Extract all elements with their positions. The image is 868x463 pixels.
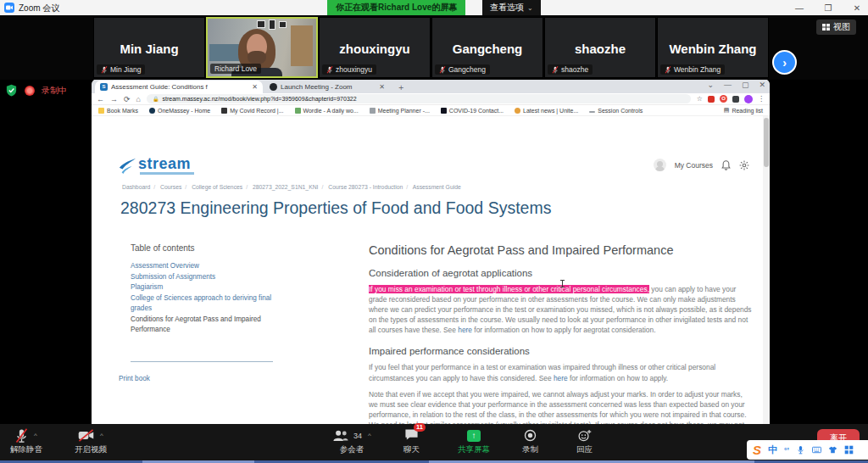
voice-input-icon[interactable] — [796, 445, 805, 455]
shield-check-icon — [5, 84, 18, 97]
chat-button[interactable]: 11 聊天 — [403, 427, 420, 455]
participant-tile[interactable]: Wenbin Zhang Wenbin Zhang — [657, 17, 769, 78]
participant-tile[interactable]: zhouxingyu zhouxingyu — [319, 17, 431, 78]
start-video-button[interactable]: ^ 开启视频 — [75, 427, 107, 455]
browser-restore-icon[interactable]: ▢ — [742, 81, 749, 89]
reactions-button[interactable]: 回应 — [576, 427, 593, 455]
chevron-up-icon[interactable]: ^ — [368, 432, 371, 439]
extensions-icon[interactable] — [732, 96, 739, 103]
skin-icon[interactable] — [828, 445, 837, 455]
scrollbar[interactable] — [763, 116, 770, 424]
stream-logo-icon[interactable] — [117, 156, 137, 175]
here-link[interactable]: here — [458, 326, 472, 334]
chevron-up-icon[interactable]: ^ — [100, 432, 103, 439]
new-tab-button[interactable]: ＋ — [397, 81, 405, 93]
print-book-link[interactable]: Print book — [119, 375, 150, 382]
close-icon[interactable]: ✕ — [851, 3, 863, 13]
bookmark-item[interactable]: OneMassey - Home — [149, 108, 210, 114]
share-screen-button[interactable]: ↑ 共享屏幕 — [458, 427, 490, 455]
recording-dot-icon[interactable] — [25, 86, 35, 96]
lock-icon: 🔒 — [153, 96, 159, 102]
table-of-contents: Table of contents Assessment Overview Su… — [131, 243, 276, 362]
profile-avatar-icon[interactable] — [744, 95, 753, 103]
reading-list-icon: ▤ — [724, 107, 730, 114]
view-layout-button[interactable]: 视图 — [816, 20, 856, 35]
here-link[interactable]: here — [554, 374, 568, 382]
chevron-right-icon: › — [782, 57, 787, 69]
unmute-button[interactable]: ^ 解除静音 — [10, 427, 42, 455]
page-viewport: stream My Courses Dashboard/ Courses/ Co… — [92, 116, 770, 424]
paragraph: If you feel that your performance in a t… — [369, 362, 752, 382]
breadcrumb-link[interactable]: Dashboard — [122, 184, 150, 190]
back-icon[interactable]: ← — [97, 95, 104, 103]
breadcrumb-link[interactable]: Course 280273 - Introduction — [328, 184, 403, 190]
pdf-extension-icon[interactable] — [708, 96, 715, 103]
home-icon[interactable]: ⌂ — [136, 95, 141, 103]
my-courses-link[interactable]: My Courses — [675, 161, 713, 170]
toc-item[interactable]: Assessment Overview — [131, 261, 276, 272]
tab-assessment-guide[interactable]: S Assessment Guide: Conditions f ✕ — [95, 81, 263, 93]
bookmark-item[interactable]: Meeting Planner -... — [370, 108, 430, 114]
breadcrumb-link[interactable]: 280273_2022_S1N1_KNI — [253, 184, 318, 190]
bookmark-item[interactable]: COVID-19 Contact... — [441, 108, 504, 114]
bookmark-item[interactable]: Session Controls — [589, 108, 643, 114]
tab-close-icon[interactable]: ✕ — [252, 83, 258, 91]
participant-label-chip: zhouxingyu — [322, 64, 376, 75]
address-bar[interactable]: 🔒 stream.massey.ac.nz/mod/book/view.php?… — [147, 94, 691, 103]
forward-icon[interactable]: → — [110, 95, 118, 103]
tab-close-icon[interactable]: ✕ — [379, 83, 385, 91]
ime-language-mode[interactable]: 中 — [768, 443, 777, 456]
browser-close-icon[interactable]: ✕ — [759, 81, 765, 89]
participant-label-chip: shaozhe — [548, 64, 593, 75]
sogou-logo[interactable]: S — [753, 443, 761, 457]
minimize-icon[interactable]: — — [793, 3, 805, 13]
participant-tile-active-speaker[interactable]: Richard Love — [206, 17, 318, 78]
maximize-icon[interactable]: ❐ — [822, 3, 834, 13]
breadcrumb-link[interactable]: Courses — [160, 184, 181, 190]
record-button[interactable]: 录制 — [522, 427, 538, 455]
participant-tile[interactable]: Min Jiang Min Jiang — [93, 17, 205, 78]
zoom-toolbar: ^ 解除静音 ^ 开启视频 34 ^ 参会者 11 聊天 ↑ 共享屏幕 — [0, 424, 868, 460]
office-extension-icon[interactable]: O — [720, 95, 727, 103]
video-off-icon — [78, 429, 94, 442]
bookmark-star-icon[interactable]: ☆ — [697, 95, 703, 103]
watching-banner: 你正在观看Richard Love的屏幕 — [327, 0, 465, 15]
notifications-bell-icon[interactable] — [721, 160, 731, 170]
chevron-up-icon[interactable]: ^ — [34, 432, 37, 439]
participants-button[interactable]: 34 ^ 参会者 — [332, 427, 371, 455]
toc-item[interactable]: Plagiarism — [131, 282, 276, 293]
bookmark-item[interactable]: Wordle - A daily wo... — [295, 108, 359, 114]
user-avatar[interactable] — [654, 159, 666, 171]
keyboard-icon[interactable] — [812, 445, 821, 455]
tab-search-icon[interactable]: ⌄ — [707, 81, 714, 89]
toc-item[interactable]: Submission of Assignments — [131, 272, 276, 283]
breadcrumb-link[interactable]: College of Sciences — [192, 184, 242, 190]
refresh-icon[interactable]: ⟳ — [124, 95, 131, 103]
participant-label-chip: Gangcheng — [435, 64, 490, 75]
punctuation-icon[interactable]: °’ — [784, 446, 789, 455]
window-title: Zoom 会议 — [19, 3, 59, 14]
breadcrumb: Dashboard/ Courses/ College of Sciences/… — [122, 184, 461, 190]
view-options-button[interactable]: 查看选项⌄ — [482, 0, 541, 15]
toolbox-grid-icon[interactable] — [844, 445, 854, 455]
toc-item[interactable]: College of Sciences approach to deriving… — [131, 293, 276, 315]
bookmark-item[interactable]: Book Marks — [98, 108, 138, 114]
chat-badge: 11 — [414, 423, 426, 432]
tab-zoom-meeting[interactable]: Launch Meeting - Zoom ✕ — [264, 81, 390, 93]
scrollbar-thumb[interactable] — [764, 118, 769, 167]
participant-name: Min Jiang — [94, 42, 204, 56]
bookmark-item[interactable]: My Covid Record |... — [221, 108, 283, 114]
participant-name: zhouxingyu — [320, 42, 430, 56]
reading-list-button[interactable]: ▤Reading list — [724, 107, 763, 114]
paragraph: Note that even if we accept that you wer… — [369, 389, 752, 424]
next-participants-button[interactable]: › — [772, 50, 797, 75]
participant-tile[interactable]: shaozhe shaozhe — [544, 17, 656, 78]
browser-menu-icon[interactable]: ⋮ — [758, 95, 765, 103]
browser-minimize-icon[interactable]: — — [724, 81, 732, 89]
bookmark-favicon — [515, 108, 520, 114]
stream-logo-text[interactable]: stream — [138, 155, 191, 173]
browser-tabbar: S Assessment Guide: Conditions f ✕ Launc… — [92, 79, 770, 93]
participant-tile[interactable]: Gangcheng Gangcheng — [431, 17, 543, 78]
bookmark-item[interactable]: Latest news | Unite... — [515, 108, 578, 114]
gear-icon[interactable] — [739, 160, 749, 170]
